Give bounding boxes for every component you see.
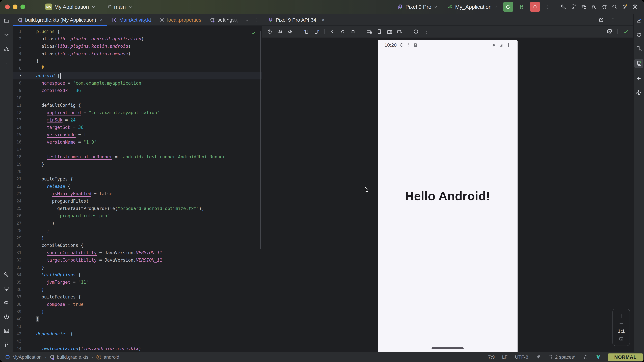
keyboard-icon[interactable]: [366, 28, 372, 35]
line-number[interactable]: 34: [13, 271, 22, 279]
commit-icon[interactable]: [3, 31, 10, 38]
vim-mode-badge[interactable]: NORMAL: [608, 354, 643, 361]
code-line[interactable]: 5}: [13, 57, 262, 65]
line-number[interactable]: 30: [13, 242, 22, 249]
settings-gear-icon[interactable]: [621, 3, 628, 10]
inspections-ok-check-icon[interactable]: [251, 30, 256, 36]
code-line[interactable]: 24 proguardFiles(: [13, 197, 262, 205]
screen-record-icon[interactable]: [396, 28, 403, 35]
line-number[interactable]: 21: [13, 175, 22, 183]
code-line[interactable]: 44 implementation(libs.androidx.core.ktx…: [13, 345, 262, 352]
project-widget[interactable]: MA My Application: [45, 3, 96, 10]
more-icon[interactable]: [3, 60, 10, 66]
run-config-selector[interactable]: My_Application: [447, 4, 498, 10]
line-number[interactable]: 35: [13, 279, 22, 286]
line-number[interactable]: 29: [13, 234, 22, 242]
line-number[interactable]: 11: [13, 102, 22, 109]
code-editor[interactable]: 1plugins {2 alias(libs.plugins.android.a…: [13, 26, 262, 352]
inspect-icon[interactable]: [606, 28, 613, 35]
code-line[interactable]: 13 minSdk = 24: [13, 116, 262, 124]
code-line[interactable]: 41: [13, 323, 262, 330]
editor-tab[interactable]: local.properties: [155, 14, 205, 25]
volume-down-icon[interactable]: [287, 28, 294, 35]
code-line[interactable]: 11 defaultConfig {: [13, 102, 262, 109]
chevron-down-icon[interactable]: [245, 17, 250, 22]
line-number[interactable]: 40: [13, 316, 22, 323]
code-line[interactable]: 20: [13, 168, 262, 175]
line-number[interactable]: 16: [13, 138, 22, 146]
line-number[interactable]: 26: [13, 212, 22, 220]
running-devices-icon[interactable]: [634, 59, 643, 68]
line-number[interactable]: 7: [13, 72, 22, 79]
open-in-window-icon[interactable]: [599, 17, 604, 22]
nav-home-icon[interactable]: [340, 28, 346, 35]
caret-position[interactable]: 7:9: [488, 355, 495, 360]
code-line[interactable]: 36 }: [13, 286, 262, 293]
line-number[interactable]: 18: [13, 153, 22, 161]
editor-scrollbar[interactable]: [260, 31, 261, 249]
code-line[interactable]: 28 }: [13, 227, 262, 234]
line-number[interactable]: 5: [13, 57, 22, 65]
line-number[interactable]: 38: [13, 301, 22, 308]
code-line[interactable]: 1plugins {: [13, 28, 262, 35]
code-line[interactable]: 16 versionName = "1.0": [13, 138, 262, 146]
line-number[interactable]: 41: [13, 323, 22, 330]
camera-icon[interactable]: [386, 28, 393, 35]
line-number[interactable]: 37: [13, 293, 22, 301]
code-line[interactable]: 34 kotlinOptions {: [13, 271, 262, 279]
hide-panel-icon[interactable]: [622, 17, 627, 22]
code-line[interactable]: 18 testInstrumentationRunner = "androidx…: [13, 153, 262, 161]
logcat-cat-icon[interactable]: [3, 299, 10, 306]
power-icon[interactable]: [266, 28, 273, 35]
zoom-in-icon[interactable]: [618, 313, 624, 319]
gradle-icon[interactable]: [636, 31, 642, 38]
code-line[interactable]: 42dependencies {: [13, 330, 262, 338]
debug-app-button[interactable]: [518, 4, 525, 10]
code-line[interactable]: 31 sourceCompatibility = JavaVersion.VER…: [13, 249, 262, 256]
bell-icon[interactable]: [636, 18, 642, 24]
code-line[interactable]: 21 buildTypes {: [13, 175, 262, 183]
line-number[interactable]: 8: [13, 79, 22, 87]
breadcrumb-item[interactable]: MyApplication: [5, 354, 42, 360]
line-number[interactable]: 14: [13, 124, 22, 131]
gemini-sparkle-icon[interactable]: [636, 75, 642, 82]
line-number[interactable]: 43: [13, 338, 22, 345]
code-line[interactable]: 7android {: [13, 72, 262, 79]
line-number[interactable]: 22: [13, 183, 22, 190]
lock-open-icon[interactable]: [583, 355, 588, 360]
line-number[interactable]: 32: [13, 256, 22, 264]
close-icon[interactable]: ✕: [321, 17, 325, 23]
code-line[interactable]: 15 versionCode = 1: [13, 131, 262, 138]
device-screen[interactable]: 10:20 A Hello Android!: [378, 40, 518, 352]
line-number[interactable]: 2: [13, 35, 22, 42]
close-window-button[interactable]: [5, 4, 10, 9]
line-number[interactable]: 31: [13, 249, 22, 256]
code-line[interactable]: 40}: [13, 316, 262, 323]
editor-tab[interactable]: MainActivity.kt: [107, 14, 155, 25]
code-line[interactable]: 37 buildFeatures {: [13, 293, 262, 301]
zoom-fit-icon[interactable]: [618, 336, 624, 342]
shapes-icon[interactable]: [3, 45, 10, 52]
recent-actions-icon[interactable]: [580, 3, 587, 10]
panel-options-kebab-icon[interactable]: [610, 17, 616, 22]
code-line[interactable]: 8 namespace = "com.example.myapplication…: [13, 79, 262, 87]
code-line[interactable]: 26 "proguard-rules.pro": [13, 212, 262, 220]
code-line[interactable]: 38 compose = true: [13, 301, 262, 308]
airplane-icon[interactable]: [636, 89, 642, 95]
code-line[interactable]: 12 applicationId = "com.example.myapplic…: [13, 109, 262, 116]
code-line[interactable]: 30 compileOptions {: [13, 242, 262, 249]
ai-assistant-disabled-icon[interactable]: [536, 355, 541, 360]
code-line[interactable]: 29 }: [13, 234, 262, 242]
breadcrumb-item[interactable]: build.gradle.kts: [49, 354, 88, 360]
line-number[interactable]: 28: [13, 227, 22, 234]
line-number[interactable]: 42: [13, 330, 22, 338]
add-device-tab-button[interactable]: [332, 17, 338, 23]
code-line[interactable]: 25 getDefaultProguardFile("proguard-andr…: [13, 205, 262, 212]
line-number[interactable]: 19: [13, 161, 22, 168]
indent-config[interactable]: 2 spaces*: [548, 355, 576, 360]
code-line[interactable]: 27 ): [13, 220, 262, 227]
device-manager-icon[interactable]: [636, 45, 642, 52]
code-line[interactable]: 17: [13, 146, 262, 153]
rotate-right-icon[interactable]: [313, 28, 320, 35]
tab-options-kebab-icon[interactable]: [254, 17, 258, 22]
